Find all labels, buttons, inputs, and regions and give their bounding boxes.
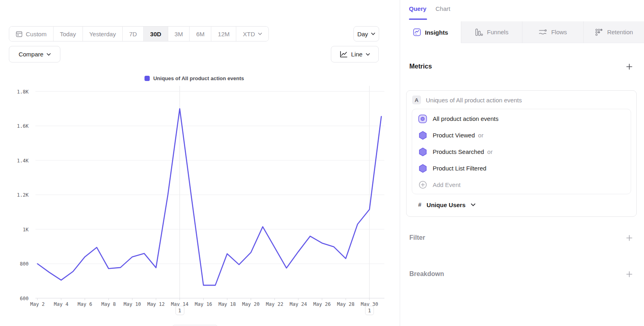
x-axis-label: May 12 bbox=[147, 301, 165, 307]
breakdown-section-header: Breakdown bbox=[409, 269, 633, 279]
event-hexagon-icon bbox=[418, 164, 427, 173]
x-axis-label: May 6 bbox=[78, 301, 92, 307]
metrics-section-header: Metrics bbox=[409, 62, 633, 71]
x-axis-label: May 2 bbox=[30, 301, 45, 307]
hash-icon: # bbox=[418, 201, 421, 208]
mixpanel-insights-app: Custom Today Yesterday 7D 30D 3M 6M 12M … bbox=[0, 0, 644, 326]
add-filter-button[interactable] bbox=[625, 234, 633, 242]
add-breakdown-button[interactable] bbox=[625, 270, 633, 278]
tab-retention[interactable]: Retention bbox=[583, 21, 644, 43]
metric-title: Uniques of All product action events bbox=[426, 97, 522, 104]
y-axis-label: 800 bbox=[20, 261, 29, 267]
event-list: All product action events Product Viewed… bbox=[412, 109, 631, 194]
funnels-icon bbox=[475, 28, 483, 36]
chart-svg[interactable]: 6008001K1.2K1.4K1.6K1.8KMay 2May 4May 6M… bbox=[0, 0, 400, 326]
event-hexagon-icon bbox=[418, 147, 427, 156]
series-line bbox=[37, 109, 381, 285]
or-connector: or bbox=[487, 148, 493, 155]
event-hexagon-icon bbox=[418, 131, 427, 140]
add-event-row[interactable]: Add Event bbox=[412, 176, 631, 193]
x-axis-label: May 20 bbox=[242, 301, 260, 307]
annotation-badge[interactable]: 1 bbox=[365, 306, 374, 315]
x-axis-label: May 28 bbox=[337, 301, 354, 307]
metric-card: A Uniques of All product action events A… bbox=[406, 90, 637, 217]
y-axis-label: 1K bbox=[23, 227, 29, 233]
annotation-badge[interactable]: 1 bbox=[175, 306, 184, 315]
y-axis-label: 1.6K bbox=[17, 123, 29, 129]
x-axis-label: May 26 bbox=[313, 301, 330, 307]
measurement-dropdown[interactable]: # Unique Users bbox=[418, 199, 475, 211]
breakdown-heading: Breakdown bbox=[409, 270, 444, 278]
chart-pane: Custom Today Yesterday 7D 30D 3M 6M 12M … bbox=[0, 0, 400, 326]
x-axis-label: May 24 bbox=[289, 301, 307, 307]
event-row-product-list-filtered[interactable]: Product List Filtered bbox=[412, 160, 631, 176]
add-metric-button[interactable] bbox=[625, 63, 633, 71]
y-axis-label: 1.4K bbox=[17, 158, 29, 164]
x-axis-label: May 10 bbox=[124, 301, 141, 307]
x-axis-label: May 22 bbox=[266, 301, 283, 307]
x-axis-label: May 16 bbox=[195, 301, 212, 307]
tab-flows[interactable]: Flows bbox=[522, 21, 583, 43]
event-row-products-searched[interactable]: Products Searched or bbox=[412, 143, 631, 160]
tab-funnels[interactable]: Funnels bbox=[461, 21, 522, 43]
tab-query[interactable]: Query bbox=[409, 5, 426, 12]
filter-section-header: Filter bbox=[409, 233, 633, 243]
filter-heading: Filter bbox=[409, 234, 425, 241]
x-axis-label: May 4 bbox=[54, 301, 68, 307]
flows-icon bbox=[539, 28, 547, 36]
tab-insights[interactable]: Insights bbox=[400, 21, 461, 43]
event-group-icon bbox=[418, 114, 427, 123]
y-axis-label: 1.8K bbox=[17, 89, 29, 95]
x-axis-label: May 8 bbox=[101, 301, 116, 307]
metric-letter-badge: A bbox=[412, 96, 421, 104]
event-row-all-product-action-events[interactable]: All product action events bbox=[412, 110, 631, 127]
metric-header[interactable]: A Uniques of All product action events bbox=[412, 96, 522, 104]
chevron-down-icon bbox=[471, 203, 475, 206]
tab-chart[interactable]: Chart bbox=[436, 5, 450, 12]
retention-icon bbox=[595, 28, 603, 36]
metrics-heading: Metrics bbox=[409, 63, 432, 70]
active-tab-underline bbox=[409, 19, 427, 20]
add-event-icon bbox=[418, 181, 427, 189]
y-axis-label: 1.2K bbox=[17, 192, 29, 198]
insights-icon bbox=[413, 28, 421, 36]
query-panel: Query Chart Insights bbox=[400, 0, 644, 326]
event-row-product-viewed[interactable]: Product Viewed or bbox=[412, 127, 631, 143]
y-axis-label: 600 bbox=[20, 296, 29, 301]
or-connector: or bbox=[478, 132, 483, 139]
x-axis-label: May 18 bbox=[219, 301, 236, 307]
report-type-tabs: Insights Funnels bbox=[400, 21, 644, 43]
